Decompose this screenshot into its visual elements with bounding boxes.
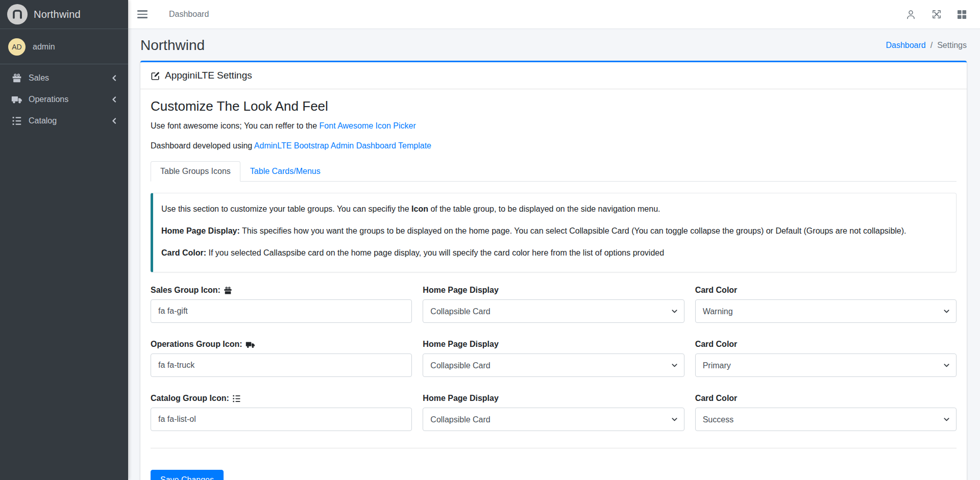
chevron-left-icon [111,96,118,103]
field-label: Home Page Display [423,340,684,349]
gift-icon [224,286,232,295]
main-area: Dashboard [128,0,980,480]
field-label: Home Page Display [423,394,684,403]
form-row-catalog: Catalog Group Icon: [151,394,957,431]
callout-line-1: Use this section to customize your table… [161,203,946,215]
tab-bar: Table Groups Icons Table Cards/Menus [151,161,957,182]
breadcrumb-dashboard-link[interactable]: Dashboard [886,41,925,50]
catalog-group-icon-input[interactable] [151,408,412,431]
callout-bold: Icon [411,205,428,213]
callout-line-3: Card Color: If you selected Callaspsibe … [161,247,946,259]
operations-card-color-select[interactable]: Primary [695,353,957,377]
sidebar-item-sales[interactable]: Sales [4,67,124,89]
field-label: Catalog Group Icon: [151,394,412,403]
operations-home-page-display-select[interactable]: Collapsible Card [423,353,684,377]
operations-color-field: Card Color Primary [695,340,957,377]
section-heading: Customize The Look And Feel [151,98,957,114]
chevron-left-icon [111,74,118,82]
sales-display-field: Home Page Display Collapsible Card [423,286,684,323]
operations-group-icon-input[interactable] [151,353,412,377]
brand[interactable]: Northwind [0,0,128,29]
sidebar-menu: Sales Operations [0,64,128,135]
save-changes-button[interactable]: Save Changes [151,470,224,480]
callout-bold: Home Page Display: [161,226,240,235]
form-row-sales: Sales Group Icon: [151,286,957,323]
callout-text: of the table group, to be displayed on t… [428,205,660,213]
card-header: AppginiLTE Settings [140,62,967,89]
sidebar-item-operations[interactable]: Operations [4,89,124,110]
field-label: Card Color [695,340,957,349]
sales-color-field: Card Color Warning [695,286,957,323]
callout-text: If you selected Callaspsibe card on the … [206,248,664,257]
label-text: Sales Group Icon: [151,286,220,295]
content-header: Northwind Dashboard / Settings [128,29,980,61]
user-icon[interactable] [905,9,916,20]
catalog-icon-field: Catalog Group Icon: [151,394,412,431]
settings-form: Sales Group Icon: [151,286,957,431]
intro-line-template: Dashboard developed using AdminLTE Boots… [151,141,957,150]
intro-text: Dashboard developed using [151,141,254,150]
font-awesome-picker-link[interactable]: Font Awesome Icon Picker [320,121,416,130]
intro-text: Use font awesome icons; You can reffer t… [151,121,320,130]
catalog-card-color-select[interactable]: Success [695,408,957,431]
adminlte-template-link[interactable]: AdminLTE Bootstrap Admin Dashboard Templ… [254,141,431,150]
operations-icon-field: Operations Group Icon: [151,340,412,377]
tab-table-groups-icons[interactable]: Table Groups Icons [151,161,240,182]
sidebar-item-label: Operations [29,95,111,104]
field-label: Card Color [695,394,957,403]
sales-card-color-select[interactable]: Warning [695,299,957,323]
catalog-color-field: Card Color Success [695,394,957,431]
info-callout: Use this section to customize your table… [151,193,957,272]
callout-text: This specifies how you want the groups t… [240,226,906,235]
label-text: Operations Group Icon: [151,340,242,349]
field-label: Card Color [695,286,957,295]
sales-icon-field: Sales Group Icon: [151,286,412,323]
breadcrumb: Dashboard / Settings [886,41,967,50]
callout-bold: Card Color: [161,248,206,257]
settings-card: AppginiLTE Settings Customize The Look A… [140,61,967,480]
card-title: AppginiLTE Settings [165,70,252,81]
list-ol-icon [10,116,23,126]
top-navbar: Dashboard [128,0,980,29]
expand-arrows-icon[interactable] [932,9,942,19]
callout-line-2: Home Page Display: This specifies how yo… [161,225,946,237]
catalog-home-page-display-select[interactable]: Collapsible Card [423,408,684,431]
card-body: Customize The Look And Feel Use font awe… [140,89,967,480]
callout-text: Use this section to customize your table… [161,205,411,213]
edit-icon [151,71,160,81]
brand-text: Northwind [34,9,81,20]
field-label: Home Page Display [423,286,684,295]
sidebar-item-catalog[interactable]: Catalog [4,110,124,132]
tab-table-cards-menus[interactable]: Table Cards/Menus [240,161,330,182]
user-name: admin [33,42,55,52]
sidebar-item-label: Sales [29,73,111,83]
breadcrumb-current: Settings [937,41,967,50]
label-text: Catalog Group Icon: [151,394,229,403]
catalog-display-field: Home Page Display Collapsible Card [423,394,684,431]
operations-display-field: Home Page Display Collapsible Card [423,340,684,377]
chevron-left-icon [111,117,118,124]
truck-icon [246,340,255,349]
user-panel[interactable]: AD admin [0,29,128,64]
sidebar: Northwind AD admin Sales [0,0,128,480]
breadcrumb-separator: / [930,41,933,50]
sales-group-icon-input[interactable] [151,299,412,323]
truck-icon [10,94,23,105]
list-ol-icon [232,394,241,403]
th-large-icon[interactable] [957,10,967,19]
page-title: Northwind [140,37,205,54]
gift-icon [10,73,23,83]
field-label: Sales Group Icon: [151,286,412,295]
sales-home-page-display-select[interactable]: Collapsible Card [423,299,684,323]
navbar-dashboard-link[interactable]: Dashboard [169,10,209,19]
avatar: AD [8,38,26,56]
sidebar-item-label: Catalog [29,116,111,125]
divider [151,448,957,448]
bars-icon[interactable] [137,8,148,20]
form-row-operations: Operations Group Icon: [151,340,957,377]
intro-line-icons: Use font awesome icons; You can reffer t… [151,121,957,131]
field-label: Operations Group Icon: [151,340,412,349]
app-logo-icon [7,4,28,24]
